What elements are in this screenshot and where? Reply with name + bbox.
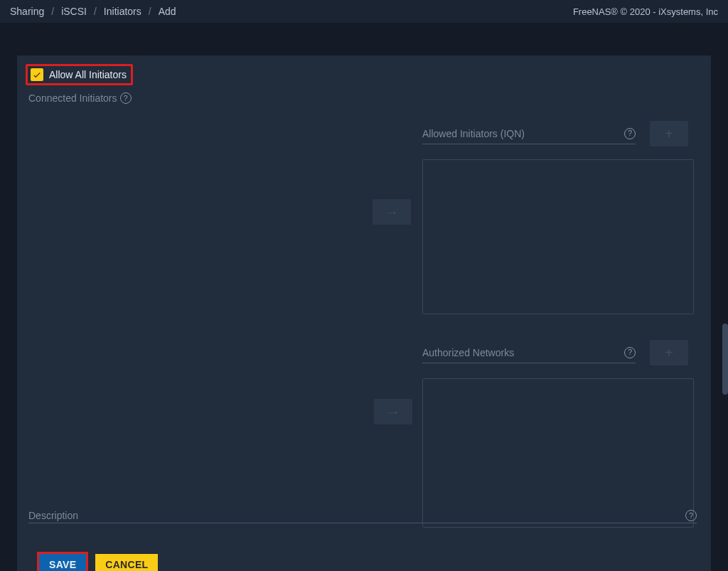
breadcrumb: Sharing / iSCSI / Initiators / Add — [10, 6, 176, 17]
authorized-networks-row: Authorized Networks ? + — [422, 340, 707, 365]
allowed-initiators-row: Allowed Initiators (IQN) ? + — [422, 121, 707, 146]
save-highlight: SAVE — [37, 552, 88, 571]
breadcrumb-sep: / — [149, 6, 151, 17]
right-column: Allowed Initiators (IQN) ? + Authorized … — [422, 121, 707, 528]
add-allowed-initiator-button[interactable]: + — [650, 121, 688, 146]
allowed-initiators-label: Allowed Initiators (IQN) — [422, 128, 525, 139]
add-initiator-move-button[interactable]: → — [373, 199, 411, 225]
authorized-networks-label: Authorized Networks — [422, 347, 514, 358]
authorized-networks-input[interactable]: Authorized Networks ? — [422, 342, 636, 363]
breadcrumb-sharing[interactable]: Sharing — [10, 6, 44, 17]
form-area: Connected Initiators ? → → Allowed Initi… — [26, 92, 702, 548]
plus-icon: + — [665, 127, 673, 141]
breadcrumb-iscsi[interactable]: iSCSI — [61, 6, 87, 17]
topbar: Sharing / iSCSI / Initiators / Add FreeN… — [0, 0, 728, 23]
breadcrumb-initiators[interactable]: Initiators — [104, 6, 141, 17]
add-authorized-network-button[interactable]: + — [650, 340, 688, 365]
allow-all-label: Allow All Initiators — [49, 69, 127, 80]
plus-icon: + — [665, 346, 673, 360]
scrollbar-thumb[interactable] — [722, 324, 728, 395]
check-icon — [32, 70, 42, 80]
breadcrumb-sep: / — [51, 6, 54, 17]
help-icon[interactable]: ? — [624, 347, 636, 358]
authorized-networks-list[interactable] — [422, 378, 694, 528]
copyright-text: FreeNAS® © 2020 - iXsystems, Inc — [573, 6, 718, 17]
cancel-button[interactable]: CANCEL — [95, 554, 158, 571]
allow-all-checkbox[interactable] — [31, 68, 43, 81]
description-field[interactable]: Description ? — [28, 510, 697, 523]
help-icon[interactable]: ? — [624, 128, 636, 139]
help-icon[interactable]: ? — [685, 510, 697, 521]
breadcrumb-sep: / — [94, 6, 97, 17]
allow-all-highlight: Allow All Initiators — [26, 64, 133, 85]
allowed-initiators-list[interactable] — [422, 159, 694, 314]
save-button[interactable]: SAVE — [39, 554, 86, 571]
arrow-right-icon: → — [386, 405, 400, 419]
breadcrumb-add[interactable]: Add — [159, 6, 176, 17]
connected-initiators-label: Connected Initiators ? — [28, 92, 398, 104]
description-label: Description — [28, 510, 78, 521]
button-row: SAVE CANCEL — [37, 552, 702, 571]
arrow-right-icon: → — [385, 205, 399, 219]
help-icon[interactable]: ? — [120, 92, 132, 104]
add-network-move-button[interactable]: → — [374, 399, 412, 425]
form-card: Allow All Initiators Connected Initiator… — [17, 55, 711, 571]
allowed-initiators-input[interactable]: Allowed Initiators (IQN) ? — [422, 123, 636, 144]
left-column: Connected Initiators ? — [28, 92, 398, 104]
